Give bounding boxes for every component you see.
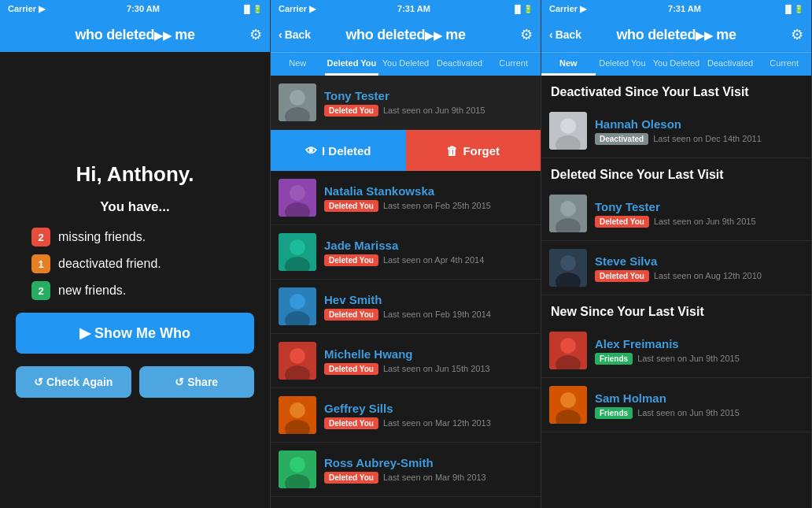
contact-item-alex[interactable]: Alex Freimanis Friends Last seen on Jun … <box>541 324 811 378</box>
tag-ross: Deleted You <box>324 472 378 484</box>
back-chevron-2: ‹ <box>279 28 282 41</box>
app-header-3: ‹ Back who deleted▶▶ me ⚙ <box>541 17 811 52</box>
show-me-button[interactable]: ▶ Show Me Who <box>16 313 254 354</box>
last-seen-hannah: Last seen on Dec 14th 2011 <box>653 134 762 143</box>
section-new-header: New Since Your Last Visit <box>541 295 811 324</box>
badge-new: 2 <box>31 281 50 300</box>
gear-button-2[interactable]: ⚙ <box>520 26 533 43</box>
contact-item-geffrey[interactable]: Geffrey Sills Deleted You Last seen on M… <box>271 388 541 443</box>
contact-name-tony-3: Tony Tester <box>595 200 803 213</box>
tab-you-deleted-2[interactable]: You Deleted <box>378 53 433 76</box>
contact-meta-hannah: Deactivated Last seen on Dec 14th 2011 <box>595 133 803 145</box>
tab-deactivated-3[interactable]: Deactivated <box>703 53 758 76</box>
share-button[interactable]: ↺ Share <box>139 366 255 398</box>
tag-tony: Deleted You <box>324 105 378 117</box>
contact-list-2: Tony Tester Deleted You Last seen on Jun… <box>271 76 541 508</box>
time-3: 7:31 AM <box>668 4 701 13</box>
last-seen-steve: Last seen on Aug 12th 2010 <box>654 271 762 280</box>
tab-current-3[interactable]: Current <box>757 53 811 76</box>
contact-meta-ross: Deleted You Last seen on Mar 9th 2013 <box>324 472 533 484</box>
avatar-natalia <box>279 179 316 217</box>
stat-new-label: new friends. <box>58 284 126 298</box>
you-have-text: You have... <box>100 199 170 215</box>
contact-info-steve: Steve Silva Deleted You Last seen on Aug… <box>595 254 803 282</box>
status-bar-3: Carrier ▶ 7:31 AM ▐▌🔋 <box>541 0 811 17</box>
i-deleted-button-tony[interactable]: 👁 I Deleted <box>271 130 406 171</box>
forget-label: Forget <box>463 144 500 158</box>
time-1: 7:30 AM <box>127 4 160 13</box>
contact-meta-steve: Deleted You Last seen on Aug 12th 2010 <box>595 270 803 282</box>
back-button-3[interactable]: ‹ Back <box>549 28 581 41</box>
status-icons-1: ▐▌🔋 <box>242 5 262 13</box>
tab-deleted-you-2[interactable]: Deleted You <box>325 53 379 76</box>
tag-hev: Deleted You <box>324 309 378 321</box>
stat-deactivated-label: deactivated friend. <box>58 257 161 271</box>
avatar-alex <box>549 332 587 369</box>
avatar-steve <box>549 249 587 287</box>
stat-new: 2 new friends. <box>31 281 161 300</box>
section-new-title: New Since Your Last Visit <box>551 305 802 319</box>
eye-icon: 👁 <box>305 144 317 158</box>
tag-sam: Friends <box>595 407 633 419</box>
app-title-3: who deleted▶▶ me <box>616 27 736 43</box>
forget-button-tony[interactable]: 🗑 Forget <box>406 130 541 171</box>
contact-name-steve: Steve Silva <box>595 254 803 268</box>
svg-point-4 <box>290 185 305 201</box>
gear-button-3[interactable]: ⚙ <box>791 26 803 43</box>
contact-name-hev: Hev Smith <box>324 293 533 306</box>
avatar-geffrey <box>279 396 316 434</box>
svg-point-28 <box>560 255 576 271</box>
contact-item-jade[interactable]: Jade Marissa Deleted You Last seen on Ap… <box>271 225 541 280</box>
contact-item-hev[interactable]: Hev Smith Deleted You Last seen on Feb 1… <box>271 280 541 334</box>
tag-geffrey: Deleted You <box>324 417 378 429</box>
avatar-michelle <box>279 342 316 380</box>
tab-new-3[interactable]: New <box>541 53 596 76</box>
check-again-button[interactable]: ↺ Check Again <box>16 366 131 398</box>
svg-point-13 <box>290 348 305 364</box>
contact-item-ross[interactable]: Ross Aubrey-Smith Deleted You Last seen … <box>271 443 541 497</box>
contact-info-sam: Sam Holman Friends Last seen on Jun 9th … <box>595 391 803 419</box>
tab-you-deleted-3[interactable]: You Deleted <box>649 53 703 76</box>
stats-list: 2 missing friends. 1 deactivated friend.… <box>16 228 161 300</box>
action-row-tony: 👁 I Deleted 🗑 Forget <box>271 130 541 171</box>
back-button-2[interactable]: ‹ Back <box>279 28 311 41</box>
carrier-1: Carrier ▶ <box>8 4 45 14</box>
contact-item-steve[interactable]: Steve Silva Deleted You Last seen on Aug… <box>541 241 811 295</box>
stat-missing: 2 missing friends. <box>31 228 161 247</box>
contact-item-hannah[interactable]: Hannah Oleson Deactivated Last seen on D… <box>541 104 811 158</box>
contact-name-tony: Tony Tester <box>324 89 533 102</box>
contact-item-sam[interactable]: Sam Holman Friends Last seen on Jun 9th … <box>541 378 811 432</box>
tab-deleted-you-3[interactable]: Deleted You <box>596 53 650 76</box>
app-header-2: ‹ Back who deleted▶▶ me ⚙ <box>271 17 541 52</box>
contact-item-tony-3[interactable]: Tony Tester Deleted You Last seen on Jun… <box>541 187 811 241</box>
contact-item-natalia[interactable]: Natalia Stankowska Deleted You Last seen… <box>271 171 541 225</box>
trash-icon: 🗑 <box>446 144 458 158</box>
last-seen-michelle: Last seen on Jun 15th 2013 <box>383 364 490 373</box>
contact-list-3: Deactivated Since Your Last Visit Hannah… <box>541 76 811 508</box>
tab-deactivated-2[interactable]: Deactivated <box>433 53 487 76</box>
tag-michelle: Deleted You <box>324 363 378 375</box>
tab-current-2[interactable]: Current <box>486 53 541 76</box>
gear-button-1[interactable]: ⚙ <box>249 26 262 43</box>
contact-info-geffrey: Geffrey Sills Deleted You Last seen on M… <box>324 402 533 429</box>
svg-point-34 <box>560 392 576 408</box>
contact-info-hev: Hev Smith Deleted You Last seen on Feb 1… <box>324 293 533 321</box>
tab-bar-2: New Deleted You You Deleted Deactivated … <box>271 52 541 76</box>
last-seen-ross: Last seen on Mar 9th 2013 <box>383 473 486 482</box>
contact-name-alex: Alex Freimanis <box>595 337 803 350</box>
contact-info-jade: Jade Marissa Deleted You Last seen on Ap… <box>324 239 533 266</box>
avatar-hev <box>279 287 316 325</box>
section-deactivated-title: Deactivated Since Your Last Visit <box>551 85 802 99</box>
last-seen-jade: Last seen on Apr 4th 2014 <box>383 255 484 265</box>
app-title-1: who deleted▶▶ me <box>75 27 194 43</box>
contact-info-tony-3: Tony Tester Deleted You Last seen on Jun… <box>595 200 803 228</box>
screen-3: Carrier ▶ 7:31 AM ▐▌🔋 ‹ Back who deleted… <box>541 0 812 508</box>
tab-new-2[interactable]: New <box>271 53 325 76</box>
svg-point-7 <box>290 239 305 255</box>
contact-item-michelle[interactable]: Michelle Hwang Deleted You Last seen on … <box>271 334 541 388</box>
contact-name-jade: Jade Marissa <box>324 239 533 252</box>
contact-item-tony[interactable]: Tony Tester Deleted You Last seen on Jun… <box>271 76 541 130</box>
section-deleted-header: Deleted Since Your Last Visit <box>541 158 811 187</box>
contact-meta-tony: Deleted You Last seen on Jun 9th 2015 <box>324 105 533 117</box>
contact-info-ross: Ross Aubrey-Smith Deleted You Last seen … <box>324 456 533 484</box>
